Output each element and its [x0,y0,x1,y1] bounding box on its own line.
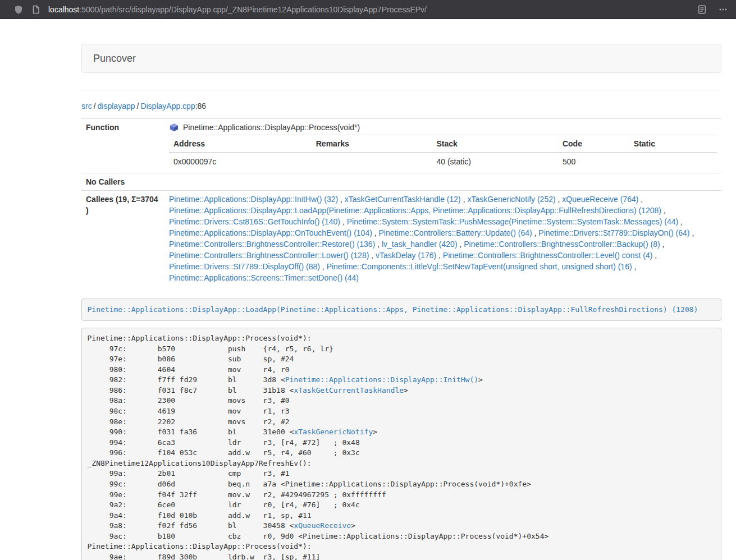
callee-link[interactable]: Pinetime::Drivers::Cst816S::GetTouchInfo… [169,217,340,226]
more-menu-icon[interactable] [718,4,728,15]
callee-link[interactable]: Pinetime::System::SystemTask::PushMessag… [347,217,679,226]
breadcrumb: src/displayapp/DisplayApp.cpp:86 [81,102,721,111]
disassembly-code: Pinetime::Applications::DisplayApp::Proc… [81,328,721,560]
url-host: localhost [48,5,79,14]
function-cell: Pinetime::Applications::DisplayApp::Proc… [164,119,721,173]
callees-label: Callees (19, Σ=3704 ) [81,191,164,287]
disasm-symbol-link[interactable]: Pinetime::Applications::DisplayApp::Init… [285,375,478,384]
remarks-value [312,153,432,170]
url-bar[interactable]: localhost:5000/path/src/displayapp/Displ… [48,5,690,14]
highlight-box: Pinetime::Applications::DisplayApp::Load… [81,299,721,321]
callee-link[interactable]: Pinetime::Applications::DisplayApp::Load… [169,206,661,215]
metrics-table: Address Remarks Stack Code Static 0x0000… [169,135,717,170]
no-callers-label: No Callers [81,173,164,191]
browser-toolbar: localhost:5000/path/src/displayapp/Displ… [0,0,736,19]
reader-view-icon[interactable] [697,4,707,15]
metrics-header-row: Address Remarks Stack Code Static [169,135,717,153]
no-callers-cell [164,173,721,191]
disasm-symbol-link[interactable]: xTaskGenericNotify [294,428,373,436]
breadcrumb-link-file[interactable]: DisplayApp.cpp [140,102,195,111]
shield-icon[interactable] [13,4,24,15]
stack-value: 40 (static) [432,153,557,170]
callee-link[interactable]: xTaskGenericNotify (252) [467,195,555,204]
breadcrumb-link-displayapp[interactable]: displayapp [98,102,135,111]
callee-link[interactable]: Pinetime::Applications::Screens::Timer::… [169,273,359,282]
app-header: Puncover [81,44,721,73]
callee-link[interactable]: Pinetime::Drivers::St7789::DisplayOff() … [169,262,320,271]
static-value [629,153,717,170]
callee-link[interactable]: Pinetime::Controllers::BrightnessControl… [443,251,652,260]
callee-link[interactable]: Pinetime::Components::LittleVgl::SetNewT… [327,262,632,271]
callee-link[interactable]: xTaskGetCurrentTaskHandle (12) [345,195,461,204]
disasm-symbol-link[interactable]: xQueueReceive [294,521,351,530]
callee-link[interactable]: Pinetime::Drivers::St7789::DisplayOn() (… [538,228,689,237]
disasm-symbol-link[interactable]: xTaskGetCurrentTaskHandle [294,386,404,394]
callee-link[interactable]: vTaskDelay (176) [376,251,436,260]
column-stack: Stack [432,135,557,153]
breadcrumb-separator: / [94,102,96,111]
url-path: :5000/path/src/displayapp/DisplayApp.cpp… [79,5,427,14]
function-table: Function Pinetime::Applications::Display… [81,118,721,286]
code-value: 500 [558,153,629,170]
column-remarks: Remarks [312,135,432,153]
callee-link[interactable]: Pinetime::Controllers::BrightnessControl… [169,251,369,260]
brand-link[interactable]: Puncover [93,53,136,64]
callee-link[interactable]: Pinetime::Applications::DisplayApp::OnTo… [169,228,372,237]
callee-link[interactable]: xQueueReceive (764) [562,195,638,204]
no-callers-row: No Callers [81,173,721,191]
callee-link[interactable]: Pinetime::Controllers::Battery::Update()… [379,228,532,237]
address-value: 0x0000097c [169,153,312,170]
function-row-label: Function [81,119,164,173]
callees-row: Callees (19, Σ=3704 ) Pinetime::Applicat… [81,191,721,287]
page-container: Puncover src/displayapp/DisplayApp.cpp:8… [73,44,730,560]
function-cube-icon [169,122,179,132]
divider [81,90,721,90]
toolbar-right [690,4,728,15]
callee-link[interactable]: Pinetime::Applications::DisplayApp::Init… [169,195,338,204]
function-row: Function Pinetime::Applications::Display… [81,119,721,173]
function-name: Pinetime::Applications::DisplayApp::Proc… [183,122,360,133]
callees-list: Pinetime::Applications::DisplayApp::Init… [164,191,721,287]
function-symbol: Pinetime::Applications::DisplayApp::Proc… [169,122,717,133]
callee-link[interactable]: Pinetime::Controllers::BrightnessControl… [169,240,375,249]
callee-link[interactable]: Pinetime::Controllers::BrightnessControl… [464,240,660,249]
breadcrumb-separator: / [137,102,139,111]
column-code: Code [558,135,629,153]
page-info-icon[interactable] [31,4,41,15]
column-static: Static [629,135,717,153]
line-number: :86 [195,102,206,111]
metrics-value-row: 0x0000097c 40 (static) 500 [169,153,717,170]
breadcrumb-link-src[interactable]: src [81,102,92,111]
callee-link[interactable]: lv_task_handler (420) [382,240,458,249]
column-address: Address [169,135,312,153]
highlight-callee-link[interactable]: Pinetime::Applications::DisplayApp::Load… [88,305,698,314]
